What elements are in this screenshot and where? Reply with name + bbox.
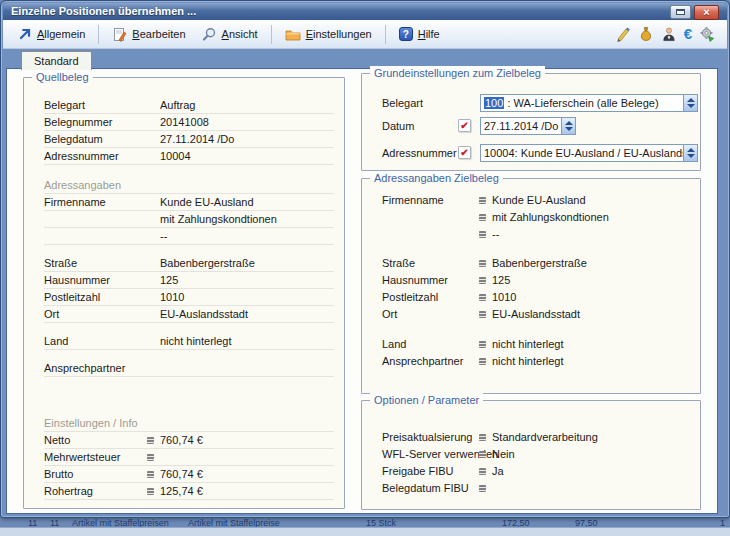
group-legend: Adressangaben Zielbeleg [370,171,503,185]
menu-label: Ansicht [222,28,258,40]
toolbar-separator [271,25,272,44]
field-row: Hausnummer 125 [44,272,334,289]
field-row: Netto 760,74 € [44,432,334,449]
edit-pen-icon[interactable] [615,26,631,42]
spinner-button[interactable] [683,95,697,111]
field-row: Ort EU-Auslandsstadt [44,306,334,323]
field-label: Land [44,333,160,349]
equals-marker-icon [147,454,154,461]
menu-bearbeiten[interactable]: Bearbeiten [105,24,192,45]
edit-document-icon [112,27,127,42]
spinner-button[interactable] [561,118,575,134]
adressnummer-input[interactable]: 10004: Kunde EU-Ausland / EU-Auslandssta… [480,144,698,162]
field-label: Ansprechpartner [44,360,160,376]
belegart-label: Belegart [382,97,423,109]
menu-allgemein[interactable]: Allgemein [11,24,92,44]
field-value: 1010 [492,289,516,306]
field-value: Standardverarbeitung [492,429,598,446]
money-bag-icon[interactable] [638,26,654,42]
field-row: Straße Babenbergerstraße [382,255,690,272]
field-value: 760,74 € [160,466,203,483]
screen: 11 11 Artikel mit Staffelpreisen Artikel… [0,0,730,536]
field-value: Nein [492,446,515,463]
field-label: Rohertrag [44,483,147,499]
menu-label: Einstellungen [306,28,372,40]
field-row: Belegart Auftrag [44,97,334,114]
field-value: mit Zahlungskondtionen [160,211,277,227]
equals-marker-icon [479,231,486,238]
field-value: EU-Auslandsstadt [492,306,580,323]
field-row: Adressnummer 10004 [44,148,334,165]
field-row: Brutto 760,74 € [44,466,334,483]
group-grundeinstellungen: Grundeinstellungen zum Zielbeleg Belegar… [361,73,701,171]
field-value: nicht hinterlegt [492,336,564,353]
field-value: -- [160,228,167,244]
euro-icon[interactable]: € [684,26,692,42]
equals-marker-icon [479,277,486,284]
belegart-combobox[interactable]: 100 : WA-Lieferschein (alle Belege) [480,94,698,112]
field-label: Firmenname [44,194,160,210]
field-value: mit Zahlungskondtionen [492,209,609,226]
title-bar: Einzelne Positionen übernehmen ... × [3,3,727,20]
field-row: WFL-Server verwenden Nein [382,446,690,463]
equals-marker-icon [479,214,486,221]
maximize-icon [676,9,685,15]
datum-value: 27.11.2014 /Do [481,118,561,134]
field-label: Belegart [44,97,160,113]
folder-settings-icon [285,27,301,41]
toolbar: Allgemein Bearbeiten Ansicht Eins [3,20,727,49]
field-row: Ansprechpartner nicht hinterlegt [382,353,690,370]
datum-apply-checkbox[interactable]: ✔ [458,119,471,132]
field-value: Kunde EU-Ausland [160,194,254,210]
group-legend: Quellbeleg [32,70,93,84]
menu-hilfe[interactable]: ? Hilfe [392,24,447,44]
equals-marker-icon [147,437,154,444]
equals-marker-icon [147,488,154,495]
field-value: EU-Auslandsstadt [160,306,248,322]
spinner-button[interactable] [683,145,697,161]
toolbar-separator [385,25,386,44]
field-label [382,209,479,226]
field-label: Straße [44,255,160,271]
customer-icon[interactable] [661,26,677,42]
adressnummer-apply-checkbox[interactable]: ✔ [458,146,471,159]
field-row: -- [382,226,690,243]
gear-sync-icon[interactable] [699,26,715,42]
datum-input[interactable]: 27.11.2014 /Do [480,117,576,135]
belegart-value: 100 : WA-Lieferschein (alle Belege) [481,95,683,111]
field-label: WFL-Server verwenden [382,446,479,463]
field-row: Belegdatum 27.11.2014 /Do [44,131,334,148]
section-einstellungen-info: Einstellungen / Info [44,415,334,432]
field-value: 125 [160,272,178,288]
field-row: Hausnummer 125 [382,272,690,289]
field-value: 1010 [160,289,184,305]
equals-marker-icon [479,358,486,365]
close-button[interactable]: × [694,5,719,20]
menu-einstellungen[interactable]: Einstellungen [278,24,379,44]
magnifier-icon [202,27,217,42]
tab-standard[interactable]: Standard [21,51,92,70]
menu-ansicht[interactable]: Ansicht [195,24,265,45]
field-value: Ja [492,463,504,480]
field-label: Belegnummer [44,114,160,130]
menu-label: Hilfe [418,28,440,40]
field-value: 125 [492,272,510,289]
field-row: Firmenname Kunde EU-Ausland [382,192,690,209]
toolbar-separator [98,25,99,44]
field-row: -- [44,228,334,245]
section-adressangaben: Adressangaben [44,177,334,194]
field-label [382,226,479,243]
field-label: Netto [44,432,147,448]
equals-marker-icon [479,341,486,348]
field-label: Preisaktualsierung [382,429,479,446]
background-strip [0,527,730,536]
field-label: Belegdatum FIBU [382,480,479,497]
equals-marker-icon [479,260,486,267]
field-row: Straße Babenbergerstraße [44,255,334,272]
equals-marker-icon [479,485,486,492]
maximize-button[interactable] [670,5,691,19]
field-label [44,211,160,227]
field-row: Freigabe FIBU Ja [382,463,690,480]
field-label: Adressnummer [44,148,160,164]
field-value: 27.11.2014 /Do [160,131,234,147]
